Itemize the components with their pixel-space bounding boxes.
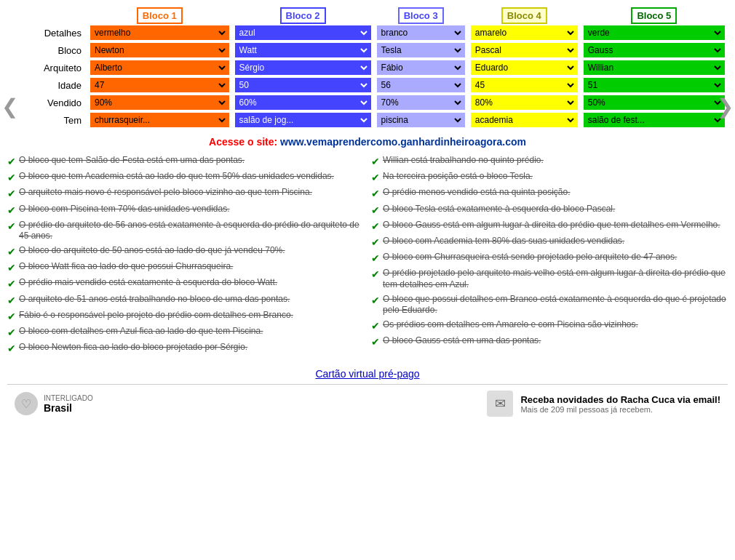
bottom-left: ♡ INTERLIGADO Brasil [15,392,93,415]
checkmark-icon: ✔ [7,294,16,307]
bloco1-bloco-select[interactable]: Newton [90,43,229,57]
clue-left-item-6: ✔O bloco Watt fica ao lado do que possui… [7,261,364,274]
checkmark-icon: ✔ [371,319,380,332]
clues-right-col: ✔Willian está trabalhando no quinto préd… [371,155,728,358]
bloco5-vendido-select[interactable]: 50% [584,95,725,110]
bloco4-idade-select[interactable]: 45 [471,78,578,92]
clue-text: O prédio menos vendido está na quinta po… [383,187,571,199]
bloco2-arquiteto-select[interactable]: Sérgio [235,60,371,75]
checkmark-icon: ✔ [7,187,16,200]
checkmark-icon: ✔ [7,326,16,339]
bottom-right: ✉ Receba novidades do Racha Cuca via ema… [487,391,720,417]
clue-right-item-2: ✔O prédio menos vendido está na quinta p… [371,187,728,200]
bloco-grid: Bloco 1 Bloco 2 Bloco 3 Bloco 4 Bloco 5 … [7,7,728,129]
clue-right-item-3: ✔O bloco Tesla está exatamente à esquerd… [371,204,728,217]
bloco4-detalhes-select[interactable]: amarelo [471,25,578,40]
bloco1-arquiteto-select[interactable]: Alberto [90,60,229,75]
clue-text: O prédio mais vendido está exatamente à … [19,277,277,289]
ad-url[interactable]: www.vemaprendercomo.ganhardinheiroagora.… [280,136,526,148]
clues-left-col: ✔O bloco que tem Salão de Festa está em … [7,155,364,358]
clue-text: O bloco que possui detalhes em Branco es… [383,294,728,316]
clue-left-item-11: ✔O bloco Newton fica ao lado do bloco pr… [7,342,364,355]
bloco3-arquiteto-select[interactable]: Fábio [377,60,465,75]
clue-right-item-0: ✔Willian está trabalhando no quinto préd… [371,155,728,168]
checkmark-icon: ✔ [7,261,16,274]
clue-left-item-0: ✔O bloco que tem Salão de Festa está em … [7,155,364,168]
clue-left-item-10: ✔O bloco com detalhes em Azul fica ao la… [7,326,364,339]
clue-text: Fábio é o responsável pelo projeto do pr… [19,310,293,321]
bloco5-detalhes-select[interactable]: verde [584,25,725,40]
clue-text: Os prédios com detalhes em Amarelo e com… [383,319,638,331]
arquiteto-row: Arquiteto Alberto Sérgio Fábio Eduardo W… [7,59,728,76]
bloco2-idade-select[interactable]: 50 [235,78,371,92]
clue-left-item-3: ✔O bloco com Piscina tem 70% das unidade… [7,204,364,217]
interligado-info: INTERLIGADO Brasil [44,394,93,414]
checkmark-icon: ✔ [7,204,16,217]
bloco4-arquiteto-select[interactable]: Eduardo [471,60,578,75]
idade-row: Idade 47 50 56 45 51 [7,76,728,94]
bloco3-tem-select[interactable]: piscina [377,113,465,127]
clue-right-item-4: ✔O bloco Gauss está em algum lugar à dir… [371,220,728,233]
detalhes-row: Detalhes vermelho azul branco amarelo ve… [7,24,728,41]
checkmark-icon: ✔ [7,342,16,355]
bloco2-detalhes-select[interactable]: azul [235,25,371,40]
footer-link-section: Cartão virtual pré-pago [7,368,728,380]
bloco5-bloco-select[interactable]: Gauss [584,43,725,57]
checkmark-icon: ✔ [371,335,380,348]
cartao-link[interactable]: Cartão virtual pré-pago [315,368,419,380]
clue-text: O bloco com Churrasqueira está sendo pro… [383,252,677,263]
idade-label: Idade [7,76,87,94]
clue-left-item-1: ✔O bloco que tem Academia está ao lado d… [7,171,364,184]
bloco4-tem-select[interactable]: academia [471,113,578,127]
clue-right-item-7: ✔O prédio projetado pelo arquiteto mais … [371,268,728,290]
checkmark-icon: ✔ [7,171,16,184]
clue-text: Willian está trabalhando no quinto prédi… [383,155,544,167]
bloco4-vendido-select[interactable]: 80% [471,95,578,110]
bloco1-tem-select[interactable]: churrasqueir... [90,113,229,127]
bloco4-bloco-select[interactable]: Pascal [471,43,578,57]
bloco5-arquiteto-select[interactable]: Willian [584,60,725,75]
checkmark-icon: ✔ [371,268,380,281]
email-subtitle: Mais de 209 mil pessoas já recebem. [520,405,720,414]
bloco2-tem-select[interactable]: salão de jog... [235,113,371,127]
bloco5-idade-select[interactable]: 51 [584,78,725,92]
clue-text: O arquiteto mais novo é responsável pelo… [19,187,312,199]
checkmark-icon: ✔ [371,220,380,233]
clue-text: O bloco Gauss está em algum lugar à dire… [383,220,720,231]
bloco1-vendido-select[interactable]: 90% [90,95,229,110]
checkmark-icon: ✔ [371,204,380,217]
checkmark-icon: ✔ [371,187,380,200]
email-icon: ✉ [487,391,513,417]
clue-left-item-9: ✔Fábio é o responsável pelo projeto do p… [7,310,364,323]
arquiteto-label: Arquiteto [7,59,87,76]
heart-icon: ♡ [15,392,38,415]
bloco3-vendido-select[interactable]: 70% [377,95,465,110]
bloco5-tem-select[interactable]: salão de fest... [584,113,725,127]
bloco1-header: Bloco 1 [87,7,232,24]
clue-left-item-5: ✔O bloco do arquiteto de 50 anos está ao… [7,245,364,258]
clue-right-item-9: ✔Os prédios com detalhes em Amarelo e co… [371,319,728,332]
clue-text: O prédio do arquiteto de 56 anos está ex… [19,220,364,242]
checkmark-icon: ✔ [7,155,16,168]
clue-right-item-10: ✔O bloco Gauss está em uma das pontas. [371,335,728,348]
email-title: Receba novidades do Racha Cuca via email… [520,394,720,405]
clue-left-item-2: ✔O arquiteto mais novo é responsável pel… [7,187,364,200]
clue-left-item-8: ✔O arquiteto de 51 anos está trabalhando… [7,294,364,307]
bloco3-bloco-select[interactable]: Tesla [377,43,465,57]
bloco3-detalhes-select[interactable]: branco [377,25,465,40]
checkmark-icon: ✔ [371,252,380,265]
clue-text: Na terceira posição está o bloco Tesla. [383,171,533,183]
bloco2-vendido-select[interactable]: 60% [235,95,371,110]
clue-left-item-4: ✔O prédio do arquiteto de 56 anos está e… [7,220,364,242]
nav-right-arrow[interactable]: ❯ [717,95,734,119]
checkmark-icon: ✔ [371,155,380,168]
bloco1-idade-select[interactable]: 47 [90,78,229,92]
nav-left-arrow[interactable]: ❮ [1,95,18,119]
checkmark-icon: ✔ [7,245,16,258]
clue-text: O bloco com Academia tem 80% das suas un… [383,236,624,247]
bottom-bar: ♡ INTERLIGADO Brasil ✉ Receba novidades … [7,384,728,423]
bloco3-idade-select[interactable]: 56 [377,78,465,92]
bloco1-detalhes-select[interactable]: vermelho [90,25,229,40]
clue-text: O bloco que tem Salão de Festa está em u… [19,155,245,167]
bloco2-bloco-select[interactable]: Watt [235,43,371,57]
